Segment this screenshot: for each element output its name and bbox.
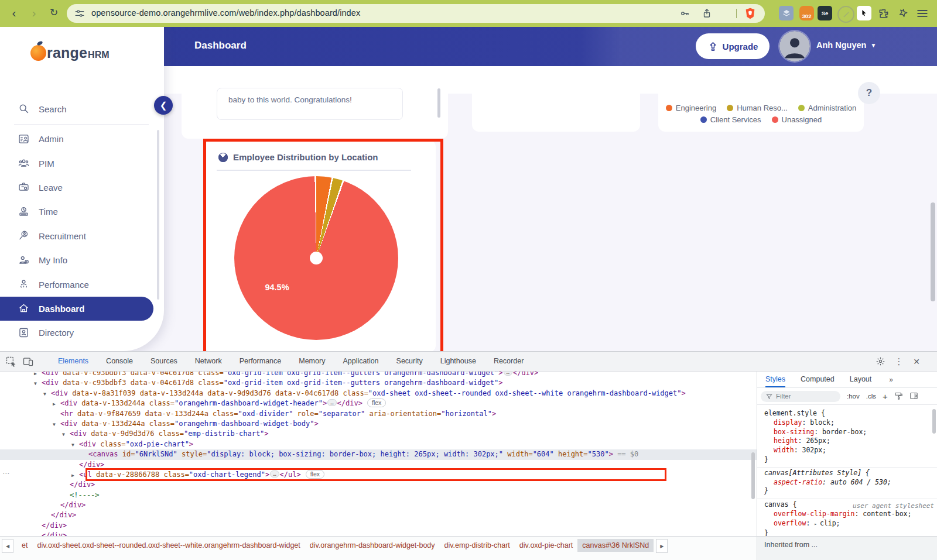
style-property[interactable]: height: 265px; (764, 437, 937, 446)
forward-icon[interactable]: › (26, 4, 42, 22)
twisty-icon[interactable]: ▶ (53, 399, 60, 409)
devtools-tree-line[interactable]: </div> (0, 531, 757, 536)
sidebar-item-leave[interactable]: Leave (0, 176, 164, 200)
breadcrumb-item[interactable]: div.emp-distrib-chart (440, 539, 515, 552)
style-property[interactable]: box-sizing: border-box; (764, 428, 937, 437)
inherited-from-bar[interactable]: Inherited from ... (757, 536, 937, 560)
url-text[interactable]: opensource-demo.orangehrmlive.com/web/in… (91, 8, 360, 18)
devtools-tab-application[interactable]: Application (334, 352, 387, 371)
styles-tab-styles[interactable]: Styles (765, 372, 785, 387)
sidebar-item-recruitment[interactable]: Recruitment (0, 224, 164, 248)
legend-item[interactable]: Client Services (700, 115, 761, 124)
new-style-rule-icon[interactable]: + (883, 391, 888, 401)
style-property[interactable]: display: block; (764, 418, 937, 428)
sidebar-toggle-icon[interactable] (909, 391, 918, 401)
avatar[interactable] (779, 31, 810, 61)
page-scrollbar[interactable] (931, 202, 935, 301)
devtools-tab-memory[interactable]: Memory (290, 352, 334, 371)
devtools-tab-console[interactable]: Console (97, 352, 142, 371)
buzz-post[interactable]: baby to this world. Congratulations! (217, 88, 403, 120)
rewards-star-icon[interactable] (896, 6, 911, 20)
twisty-icon[interactable]: ▼ (34, 379, 42, 389)
devtools-tree-line[interactable]: ▶<div data-v-133d244a class="orangehrm-d… (0, 398, 757, 408)
sidebar-item-directory[interactable]: Directory (0, 321, 164, 345)
devtools-tree-line[interactable]: ▶<div data-v-c93bdbf3 data-v-04c617d8 cl… (0, 372, 757, 378)
crumb-scroll-left-icon[interactable]: ◀ (2, 539, 13, 553)
sidebar-scrollbar[interactable] (157, 130, 159, 300)
share-icon[interactable] (702, 8, 713, 19)
devtools-tab-performance[interactable]: Performance (231, 352, 290, 371)
style-property[interactable]: width: 302px; (764, 446, 937, 455)
upgrade-button[interactable]: Upgrade (696, 33, 770, 59)
breadcrumb-item[interactable]: div.oxd-pie-chart (515, 539, 577, 552)
style-property[interactable]: overflow-clip-margin: content-box; (764, 510, 937, 519)
breadcrumb-item[interactable]: div.oxd-sheet.oxd-sheet--rounded.oxd-she… (32, 539, 305, 552)
style-property[interactable]: overflow: ▸ clip; (764, 519, 937, 529)
sidebar-search[interactable]: Search (0, 98, 164, 119)
orangehrm-logo[interactable]: rangeHRM (30, 42, 110, 61)
twisty-icon[interactable]: ▼ (71, 440, 79, 450)
sidebar-item-admin[interactable]: Admin (0, 127, 164, 151)
expand-value-icon[interactable]: ▸ (814, 521, 820, 527)
sidebar-item-my-info[interactable]: My Info (0, 248, 164, 272)
devtools-tree-line[interactable]: </div> (0, 480, 757, 490)
rendering-icon[interactable] (894, 391, 903, 401)
devtools-tree-line[interactable]: ▼<div data-v-9d9d3d76 class="emp-distrib… (0, 429, 757, 439)
cursor-extension-icon[interactable] (857, 6, 871, 20)
extensions-puzzle-icon[interactable] (876, 6, 891, 20)
twisty-icon[interactable]: ▼ (53, 420, 60, 430)
devtools-tab-network[interactable]: Network (186, 352, 231, 371)
cls-toggle[interactable]: .cls (866, 393, 876, 400)
sidebar-item-pim[interactable]: PIM (0, 151, 164, 175)
elements-scrollbar[interactable] (751, 452, 755, 499)
devtools-tab-sources[interactable]: Sources (142, 352, 186, 371)
devtools-tree-line[interactable]: </div> (0, 500, 757, 510)
hov-toggle[interactable]: :hov (847, 393, 860, 400)
devtools-more-icon[interactable]: ⋮ (891, 352, 907, 371)
flex-badge[interactable]: flex (367, 398, 386, 407)
device-toolbar-icon[interactable] (22, 356, 34, 367)
devtools-tree-line[interactable]: ▼<div data-v-c93bdbf3 data-v-04c617d8 cl… (0, 378, 757, 388)
devtools-tree-line[interactable]: <hr data-v-9f847659 data-v-133d244a clas… (0, 409, 757, 419)
devtools-close-icon[interactable]: ✕ (909, 352, 924, 371)
devtools-tree-line[interactable]: <!----> (0, 490, 757, 500)
selenium-extension-icon[interactable]: Se (818, 6, 832, 20)
brave-shield-icon[interactable] (744, 7, 757, 20)
back-icon[interactable]: ‹ (6, 4, 22, 22)
twisty-icon[interactable]: ▶ (71, 470, 79, 480)
devtools-tree-line[interactable]: ▼<div data-v-8a31f039 data-v-133d244a da… (0, 389, 757, 398)
style-rule[interactable]: canvas {user agent stylesheetoverflow-cl… (757, 499, 937, 536)
devtools-tree-line[interactable]: ▼<div class="oxd-pie-chart"> (0, 439, 757, 449)
styles-scrollbar[interactable] (932, 409, 936, 434)
devtools-settings-icon[interactable] (873, 352, 888, 371)
devtools-tree-line[interactable]: ▼<div data-v-133d244a class="orangehrm-d… (0, 419, 757, 429)
row-actions-icon[interactable]: ⋯ (2, 469, 10, 477)
devtools-tab-elements[interactable]: Elements (49, 352, 97, 371)
twisty-icon[interactable]: ▼ (62, 430, 70, 439)
styles-tab-computed[interactable]: Computed (801, 372, 835, 387)
menu-icon[interactable] (915, 6, 929, 20)
sidebar-item-dashboard[interactable]: Dashboard (0, 297, 153, 321)
legend-item[interactable]: Human Reso... (727, 104, 788, 112)
style-rule[interactable]: element.style {display: block;box-sizing… (757, 408, 937, 468)
breadcrumb-item[interactable]: canvas#\36 NrklSNd (577, 539, 654, 552)
devtools-tree-line[interactable]: <canvas id="6NrklSNd" style="display: bl… (0, 449, 757, 459)
help-button[interactable]: ? (858, 82, 880, 104)
devtools-tab-security[interactable]: Security (388, 352, 432, 371)
site-controls-icon[interactable] (74, 8, 86, 19)
sidebar-collapse-button[interactable]: ❮ (154, 96, 173, 115)
devtools-tree-line[interactable]: </div> (0, 521, 757, 531)
legend-item[interactable]: Engineering (666, 104, 716, 112)
adblock-badge-icon[interactable]: 302 (799, 6, 814, 20)
legend-item[interactable]: Unassigned (772, 115, 822, 124)
styles-tab-layout[interactable]: Layout (850, 372, 872, 387)
style-property[interactable]: aspect-ratio: auto 604 / 530; (764, 478, 937, 487)
user-menu[interactable]: Anh Nguyen▼ (816, 40, 876, 50)
crumb-scroll-right-icon[interactable]: ▶ (656, 539, 668, 553)
inspect-element-icon[interactable] (5, 356, 17, 367)
key-icon[interactable] (679, 8, 691, 19)
breadcrumb-item[interactable]: et (17, 539, 32, 552)
style-rule[interactable]: canvas[Attributes Style] {aspect-ratio: … (757, 468, 937, 499)
breadcrumb-item[interactable]: div.orangehrm-dashboard-widget-body (305, 539, 440, 552)
legend-item[interactable]: Administration (798, 104, 856, 112)
